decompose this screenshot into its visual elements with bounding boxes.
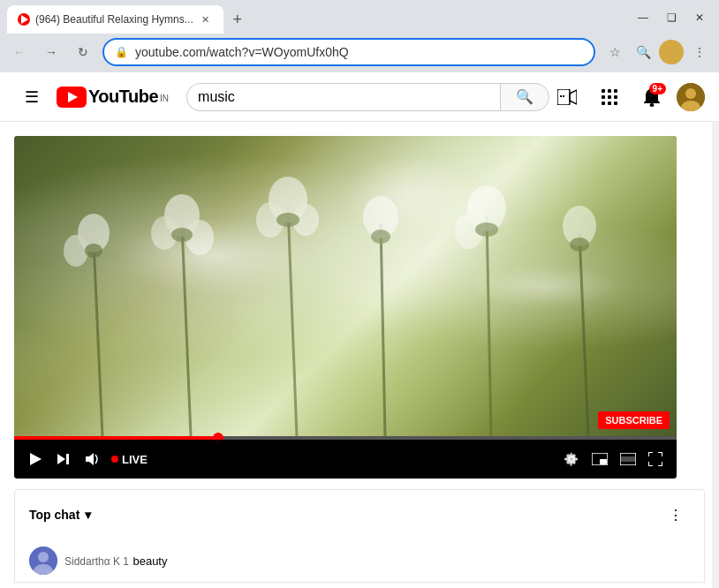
chat-message-text: beauty <box>132 554 167 568</box>
window-controls: — ❑ ✕ <box>631 9 712 26</box>
hamburger-menu-button[interactable]: ☰ <box>14 79 49 115</box>
next-button[interactable] <box>53 449 74 470</box>
header-right-controls: 9+ <box>549 79 705 115</box>
page-content: ☰ YouTube IN 🔍 <box>0 72 719 588</box>
search-icon-btn[interactable]: 🔍 <box>631 40 655 64</box>
volume-icon <box>85 452 101 466</box>
chat-header: Top chat ▾ ⋮ <box>14 489 705 539</box>
new-tab-button[interactable]: + <box>225 7 250 32</box>
chat-more-button[interactable]: ⋮ <box>662 501 690 529</box>
volume-button[interactable] <box>81 449 104 470</box>
chat-section: Top chat ▾ ⋮ Siddarthα K 1 beauty <box>0 489 719 588</box>
minimize-button[interactable]: — <box>631 9 655 26</box>
title-bar: (964) Beautiful Relaxing Hymns... ✕ + — … <box>0 0 719 34</box>
svg-line-23 <box>487 215 491 436</box>
notifications-button[interactable]: 9+ <box>634 79 670 115</box>
svg-point-17 <box>685 88 696 99</box>
chat-dropdown-icon: ▾ <box>85 508 91 522</box>
svg-point-15 <box>650 103 655 107</box>
miniplayer-button[interactable] <box>588 449 611 469</box>
scrollbar-track[interactable] <box>712 72 719 588</box>
svg-rect-49 <box>600 459 607 464</box>
play-icon <box>28 452 42 466</box>
next-icon <box>57 452 71 466</box>
svg-line-21 <box>288 207 297 436</box>
back-button[interactable]: ← <box>7 40 32 64</box>
svg-point-26 <box>64 235 88 267</box>
menu-button[interactable]: ⋮ <box>687 40 712 64</box>
svg-marker-3 <box>570 90 577 104</box>
video-section: SUBSCRIBE <box>0 122 719 479</box>
svg-rect-11 <box>614 95 617 99</box>
live-badge: LIVE <box>111 453 148 466</box>
search-input[interactable] <box>186 83 500 111</box>
settings-button[interactable] <box>560 448 583 471</box>
active-tab[interactable]: (964) Beautiful Relaxing Hymns... ✕ <box>7 5 223 34</box>
svg-marker-43 <box>30 453 42 465</box>
youtube-play-icon <box>57 87 87 108</box>
svg-point-37 <box>85 244 102 258</box>
tab-title: (964) Beautiful Relaxing Hymns... <box>35 13 193 26</box>
url-bar[interactable]: 🔒 youtube.com/watch?v=WOyomUfx0hQ <box>102 38 595 66</box>
bookmark-button[interactable]: ☆ <box>602 40 627 64</box>
svg-line-22 <box>381 224 385 436</box>
address-bar: ← → ↻ 🔒 youtube.com/watch?v=WOyomUfx0hQ … <box>0 34 719 72</box>
notification-badge: 9+ <box>649 83 666 94</box>
avatar-icon <box>677 83 705 111</box>
live-dot <box>111 456 118 463</box>
svg-point-38 <box>171 228 193 242</box>
svg-line-20 <box>182 224 191 436</box>
subscribe-button-overlay[interactable]: SUBSCRIBE <box>598 411 670 429</box>
video-controls: LIVE <box>14 440 677 479</box>
theater-icon <box>620 453 636 465</box>
svg-rect-6 <box>602 89 605 93</box>
svg-rect-4 <box>560 95 562 97</box>
user-avatar-button[interactable] <box>677 83 705 111</box>
apps-button[interactable] <box>592 79 627 115</box>
svg-rect-14 <box>614 102 617 105</box>
svg-rect-9 <box>602 95 605 99</box>
close-button[interactable]: ✕ <box>687 9 712 26</box>
fullscreen-button[interactable] <box>645 449 666 470</box>
theater-button[interactable] <box>617 449 640 469</box>
chat-message-content: Siddarthα K 1 beauty <box>64 553 167 569</box>
search-button[interactable]: 🔍 <box>500 83 549 111</box>
browser-chrome: (964) Beautiful Relaxing Hymns... ✕ + — … <box>0 0 719 72</box>
controls-right <box>560 448 666 471</box>
miniplayer-icon <box>592 453 608 465</box>
svg-line-24 <box>579 233 588 436</box>
svg-rect-45 <box>66 454 69 464</box>
chat-title[interactable]: Top chat ▾ <box>29 508 91 522</box>
youtube-logo[interactable]: YouTube IN <box>57 87 169 108</box>
chat-title-text: Top chat <box>29 508 79 522</box>
settings-icon <box>564 451 579 467</box>
svg-rect-8 <box>614 89 617 93</box>
profile-avatar-button[interactable] <box>659 40 684 64</box>
lock-icon: 🔒 <box>115 46 128 58</box>
play-pause-button[interactable] <box>25 449 46 470</box>
apps-icon <box>602 89 617 105</box>
tab-favicon <box>18 13 30 26</box>
tab-close-button[interactable]: ✕ <box>199 12 213 26</box>
svg-rect-13 <box>608 102 611 105</box>
search-wrapper: 🔍 <box>186 83 549 111</box>
youtube-logo-text: YouTube <box>88 87 158 107</box>
video-player[interactable]: SUBSCRIBE <box>14 136 677 479</box>
maximize-button[interactable]: ❑ <box>659 9 684 26</box>
svg-point-53 <box>38 552 49 562</box>
chat-user-avatar <box>29 547 57 575</box>
chat-message-item: Siddarthα K 1 beauty <box>14 539 705 583</box>
live-label: LIVE <box>122 453 148 466</box>
svg-rect-12 <box>602 102 605 105</box>
svg-point-41 <box>475 222 498 237</box>
reload-button[interactable]: ↻ <box>71 40 95 64</box>
svg-marker-46 <box>86 453 94 465</box>
svg-marker-44 <box>57 454 65 464</box>
youtube-logo-icon <box>57 87 87 108</box>
url-text: youtube.com/watch?v=WOyomUfx0hQ <box>135 45 583 59</box>
chat-username: Siddarthα K 1 <box>64 555 129 568</box>
youtube-header: ☰ YouTube IN 🔍 <box>0 72 719 122</box>
tab-area: (964) Beautiful Relaxing Hymns... ✕ + <box>7 5 250 34</box>
create-video-button[interactable] <box>549 79 585 115</box>
forward-button[interactable]: → <box>39 40 64 64</box>
